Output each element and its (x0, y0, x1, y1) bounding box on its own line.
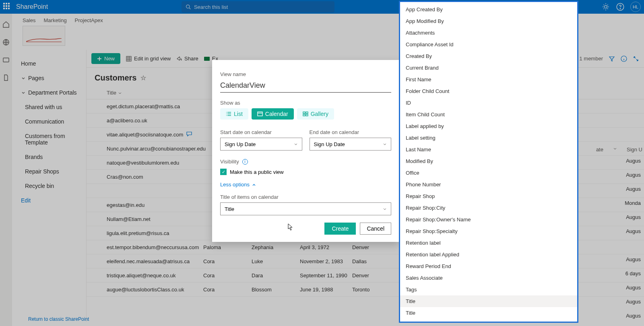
title-items-select[interactable]: Title (220, 202, 391, 215)
dropdown-option[interactable]: App Modified By (400, 15, 577, 27)
info-icon[interactable]: i (242, 159, 248, 165)
show-as-list[interactable]: List (220, 108, 248, 120)
dropdown-option[interactable]: Label applied by (400, 120, 577, 132)
show-as-label: Show as (220, 100, 391, 106)
dropdown-option[interactable]: Title (400, 307, 577, 319)
dropdown-option[interactable]: Compliance Asset Id (400, 39, 577, 50)
calendar-icon (257, 111, 263, 116)
dropdown-option[interactable]: Repair Shop:Specialty (400, 225, 577, 237)
view-name-label: View name (220, 71, 391, 77)
field-dropdown-panel[interactable]: App Created ByApp Modified ByAttachments… (399, 1, 578, 323)
svg-rect-12 (303, 112, 305, 113)
dropdown-option[interactable]: Current Brand (400, 62, 577, 74)
dropdown-option[interactable]: Repair Shop (400, 190, 577, 202)
dropdown-option[interactable]: Reward Period End (400, 260, 577, 272)
dropdown-option[interactable]: Folder Child Count (400, 85, 577, 97)
show-as-calendar[interactable]: Calendar (252, 108, 294, 120)
dropdown-option[interactable]: Attachments (400, 27, 577, 39)
start-date-label: Start date on calendar (220, 129, 302, 135)
dropdown-option[interactable]: Label setting (400, 132, 577, 144)
public-checkbox[interactable]: ✓ (220, 169, 227, 175)
dropdown-option[interactable]: App Created By (400, 4, 577, 15)
dropdown-option[interactable]: Repair Shop:City (400, 202, 577, 214)
chevron-down-icon (294, 142, 298, 146)
start-date-select[interactable]: Sign Up Date (220, 138, 302, 151)
svg-rect-13 (306, 112, 308, 113)
dropdown-option[interactable]: Modified By (400, 155, 577, 167)
chevron-down-icon (383, 207, 387, 211)
end-date-label: End date on calendar (310, 129, 392, 135)
dropdown-option[interactable]: Retention label (400, 237, 577, 249)
public-label: Make this a public view (230, 169, 284, 175)
less-options-toggle[interactable]: Less options (220, 182, 391, 188)
dropdown-option[interactable]: Tags (400, 284, 577, 295)
dropdown-option[interactable]: Last Name (400, 144, 577, 155)
cancel-button[interactable]: Cancel (360, 223, 391, 235)
dropdown-option[interactable]: First Name (400, 74, 577, 85)
visibility-label: Visibility (220, 159, 239, 165)
list-icon (226, 111, 231, 116)
dropdown-option[interactable]: Office (400, 167, 577, 179)
dropdown-option[interactable]: Item Child Count (400, 109, 577, 120)
create-view-dialog: View name Show as List Calendar Gallery … (212, 60, 399, 242)
dropdown-option[interactable]: Title (400, 295, 577, 307)
view-name-input[interactable] (220, 80, 391, 93)
dropdown-option[interactable]: ID (400, 97, 577, 109)
chevron-up-icon (252, 183, 256, 187)
dropdown-option[interactable]: Sales Associate (400, 272, 577, 284)
show-as-gallery[interactable]: Gallery (297, 108, 334, 120)
dropdown-option[interactable]: Phone Number (400, 179, 577, 190)
chevron-down-icon (383, 142, 387, 146)
dropdown-option[interactable]: Retention label Applied (400, 249, 577, 260)
dropdown-option[interactable]: Created By (400, 50, 577, 62)
end-date-select[interactable]: Sign Up Date (310, 138, 392, 151)
dropdown-option[interactable]: Repair Shop:Owner's Name (400, 214, 577, 225)
title-items-label: Title of items on calendar (220, 194, 391, 200)
svg-rect-15 (306, 114, 308, 116)
svg-rect-11 (258, 112, 262, 116)
svg-rect-14 (303, 114, 305, 116)
gallery-icon (303, 111, 308, 116)
create-button[interactable]: Create (324, 223, 356, 235)
